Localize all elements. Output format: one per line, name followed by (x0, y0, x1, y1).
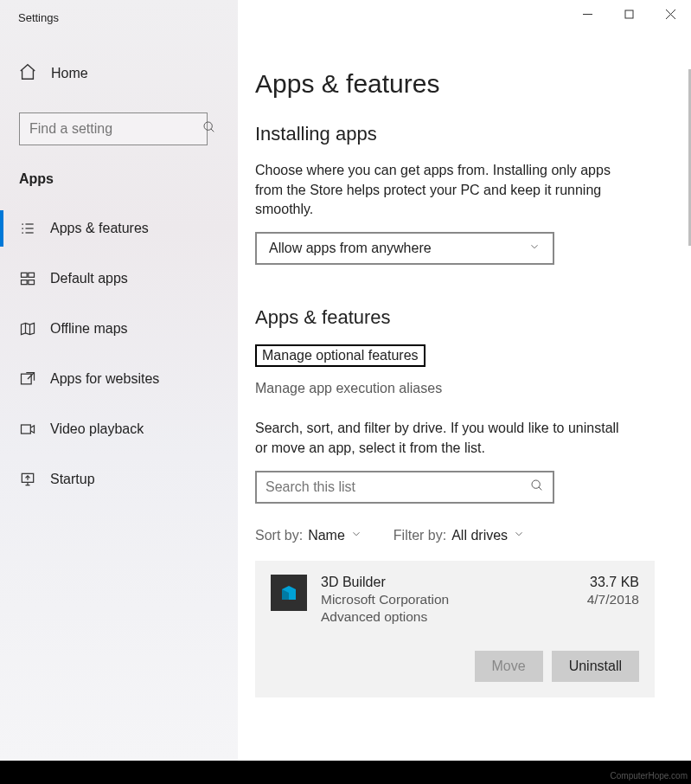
svg-point-0 (204, 122, 212, 130)
apps-list-help-text: Search, sort, and filter by drive. If yo… (255, 419, 627, 458)
install-source-value: Allow apps from anywhere (269, 241, 432, 256)
home-icon (18, 62, 37, 85)
footer-bar (0, 761, 691, 784)
search-icon (530, 479, 544, 496)
uninstall-button[interactable]: Uninstall (552, 651, 639, 682)
minimize-button[interactable] (566, 0, 608, 28)
nav-label: Startup (50, 472, 95, 487)
svg-rect-16 (22, 425, 31, 434)
installing-apps-text: Choose where you can get apps from. Inst… (255, 161, 627, 220)
nav-label: Apps & features (50, 221, 149, 236)
app-install-date: 4/7/2018 (587, 592, 639, 607)
window-title: Settings (18, 11, 59, 24)
content-pane: Apps & features Installing apps Choose w… (238, 0, 691, 761)
chevron-down-icon (513, 528, 525, 543)
svg-rect-22 (625, 10, 633, 18)
nav-label: Video playback (50, 421, 144, 437)
page-title: Apps & features (255, 69, 663, 99)
manage-optional-features-link[interactable]: Manage optional features (255, 344, 425, 367)
move-button: Move (475, 651, 543, 682)
defaults-icon (19, 270, 36, 287)
nav-offline-maps[interactable]: Offline maps (0, 304, 238, 354)
sidebar-nav: Apps & features Default apps Offline map… (0, 203, 238, 504)
nav-default-apps[interactable]: Default apps (0, 254, 238, 304)
nav-apps-websites[interactable]: Apps for websites (0, 354, 238, 404)
window-controls (566, 0, 691, 28)
sort-value: Name (308, 528, 345, 543)
app-list-item[interactable]: 3D Builder Microsoft Corporation Advance… (255, 561, 655, 697)
filter-value: All drives (451, 528, 508, 543)
attribution: ComputerHope.com (611, 771, 688, 781)
chevron-down-icon (350, 528, 362, 543)
manage-aliases-link[interactable]: Manage app execution aliases (255, 381, 663, 396)
svg-rect-8 (22, 273, 28, 277)
map-icon (19, 320, 36, 337)
app-name: 3D Builder (321, 575, 573, 590)
svg-rect-14 (22, 374, 32, 384)
apps-list-search-input[interactable] (266, 479, 530, 495)
close-button[interactable] (649, 0, 691, 28)
app-advanced-options-link[interactable]: Advanced options (321, 609, 573, 625)
installing-apps-header: Installing apps (255, 123, 663, 145)
filter-label: Filter by: (393, 528, 446, 543)
nav-label: Default apps (50, 271, 128, 286)
nav-startup[interactable]: Startup (0, 454, 238, 504)
startup-icon (19, 471, 36, 488)
filter-by-control[interactable]: Filter by: All drives (393, 528, 525, 543)
svg-line-26 (539, 487, 541, 490)
nav-home[interactable]: Home (18, 62, 88, 85)
nav-label: Offline maps (50, 321, 128, 337)
svg-rect-9 (29, 273, 35, 277)
sort-label: Sort by: (255, 528, 303, 543)
apps-features-header: Apps & features (255, 306, 663, 329)
app-tile-icon (271, 575, 307, 611)
settings-search-input[interactable] (29, 121, 202, 137)
apps-list-search[interactable] (255, 471, 554, 504)
sidebar: Settings Home Apps Apps & features Defau… (0, 0, 238, 761)
list-icon (19, 220, 36, 237)
app-size: 33.7 KB (587, 575, 639, 590)
search-icon (202, 120, 216, 138)
list-filters: Sort by: Name Filter by: All drives (255, 528, 663, 543)
maximize-button[interactable] (608, 0, 649, 28)
video-icon (19, 421, 36, 438)
svg-point-25 (532, 480, 540, 488)
install-source-select[interactable]: Allow apps from anywhere (255, 232, 554, 265)
app-publisher: Microsoft Corporation (321, 592, 573, 607)
chevron-down-icon (528, 241, 541, 256)
nav-label: Apps for websites (50, 371, 159, 387)
svg-rect-10 (22, 280, 28, 285)
svg-line-1 (211, 129, 214, 132)
settings-search[interactable] (19, 112, 208, 145)
sort-by-control[interactable]: Sort by: Name (255, 528, 362, 543)
nav-video-playback[interactable]: Video playback (0, 404, 238, 454)
svg-rect-11 (29, 280, 35, 285)
link-open-icon (19, 370, 36, 388)
nav-home-label: Home (51, 66, 88, 81)
sidebar-section-header: Apps (19, 171, 54, 187)
nav-apps-features[interactable]: Apps & features (0, 203, 238, 254)
